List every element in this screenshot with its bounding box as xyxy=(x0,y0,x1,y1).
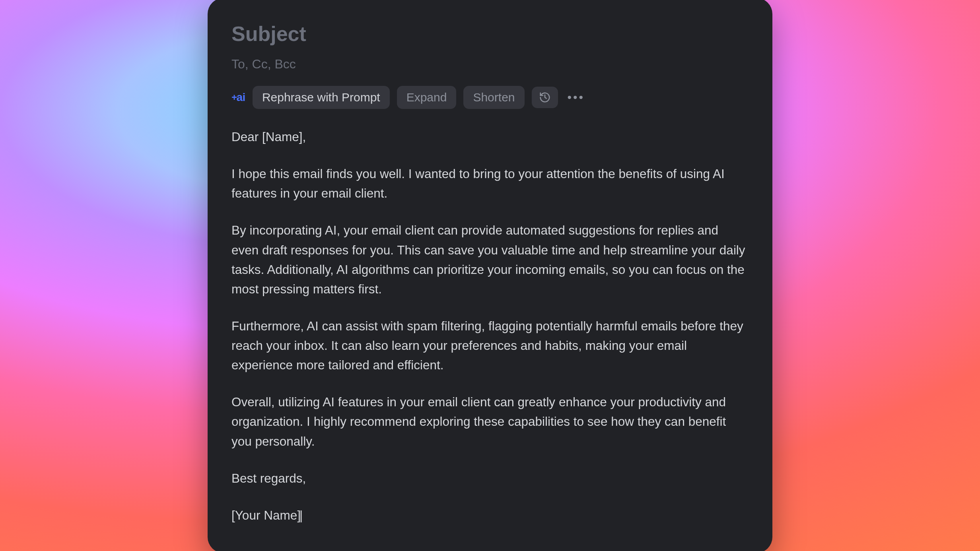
email-paragraph: Overall, utilizing AI features in your e… xyxy=(231,392,749,451)
email-paragraph: I hope this email finds you well. I want… xyxy=(231,164,749,203)
compose-email-window: Subject To, Cc, Bcc +ai Rephrase with Pr… xyxy=(208,0,772,551)
email-body-editor[interactable]: Dear [Name], I hope this email finds you… xyxy=(231,127,749,525)
expand-button[interactable]: Expand xyxy=(397,86,457,109)
email-paragraph: Furthermore, AI can assist with spam fil… xyxy=(231,316,749,375)
email-paragraph: By incorporating AI, your email client c… xyxy=(231,221,749,299)
more-options-button[interactable]: ••• xyxy=(565,91,587,104)
shorten-button[interactable]: Shorten xyxy=(463,86,524,109)
ai-badge-icon: +ai xyxy=(231,91,245,104)
email-signoff: Best regards, xyxy=(231,469,749,488)
history-icon xyxy=(539,91,551,103)
subject-input[interactable]: Subject xyxy=(231,22,749,46)
history-button[interactable] xyxy=(532,87,558,108)
recipients-input[interactable]: To, Cc, Bcc xyxy=(231,57,749,72)
rephrase-with-prompt-button[interactable]: Rephrase with Prompt xyxy=(253,86,390,109)
ai-toolbar: +ai Rephrase with Prompt Expand Shorten … xyxy=(231,86,749,109)
email-signature: [Your Name] xyxy=(231,506,749,525)
email-greeting: Dear [Name], xyxy=(231,127,749,147)
